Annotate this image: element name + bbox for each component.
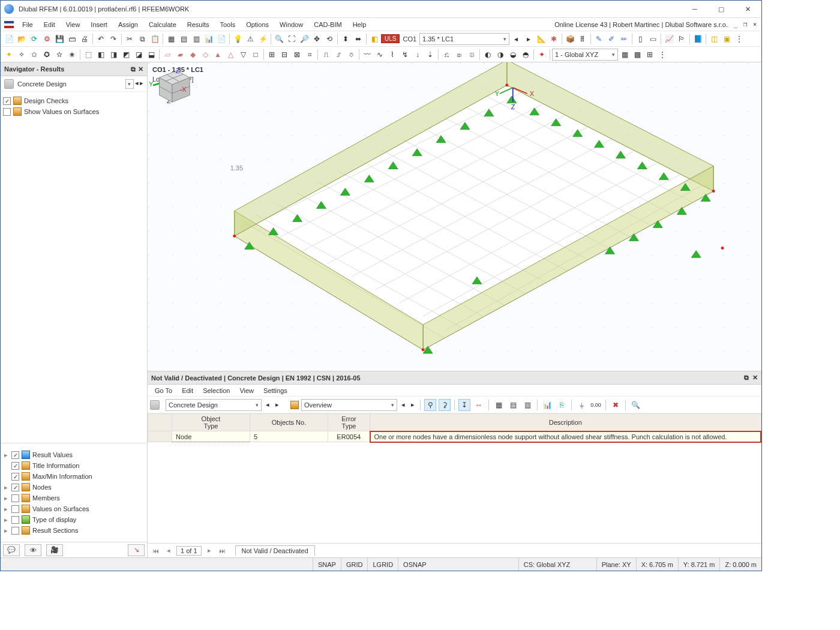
d3-icon[interactable]: ⎏ (345, 49, 357, 61)
sec2-icon[interactable]: ▰ (174, 49, 186, 61)
rs-label[interactable]: Result Sections (32, 527, 78, 534)
menu-insert[interactable]: Insert (86, 20, 112, 29)
report-icon[interactable]: 📄 (215, 33, 227, 45)
members-checkbox[interactable] (11, 494, 19, 502)
paste-icon[interactable]: 📋 (149, 33, 161, 45)
tab-msg-icon[interactable]: 💬 (3, 544, 20, 556)
btn-c-icon[interactable]: ◨ (107, 49, 119, 61)
close-button[interactable]: ✕ (740, 3, 755, 15)
menu-help[interactable]: Help (348, 20, 371, 29)
units-icon[interactable]: ✱ (548, 33, 560, 45)
rp-view[interactable]: View (236, 387, 257, 394)
star5-icon[interactable]: ✫ (53, 49, 65, 61)
box-icon[interactable]: 📦 (564, 33, 576, 45)
book-icon[interactable]: 📘 (692, 33, 704, 45)
layer-icon[interactable]: ▯ (634, 33, 646, 45)
rp-edit[interactable]: Edit (178, 387, 197, 394)
align-icon[interactable]: ⬍ (340, 33, 352, 45)
sec8-icon[interactable]: □ (250, 49, 262, 61)
save-icon[interactable]: 💾 (53, 33, 65, 45)
cd-prev-icon[interactable]: ◂ (135, 79, 139, 89)
sec1-icon[interactable]: ▱ (161, 49, 173, 61)
rp-c1-prev[interactable]: ◂ (264, 401, 271, 409)
copy-icon[interactable]: ⧉ (136, 33, 148, 45)
next-icon[interactable]: ▸ (523, 33, 535, 45)
d2-icon[interactable]: ⎎ (332, 49, 344, 61)
filter2-icon[interactable]: ⚳ (439, 399, 451, 411)
sec5-icon[interactable]: ▲ (212, 49, 224, 61)
export-icon[interactable]: ⎘ (556, 399, 568, 411)
scale-icon[interactable]: 📐 (535, 33, 547, 45)
grid3b-icon[interactable]: ▥ (521, 399, 533, 411)
sb-grid[interactable]: GRID (341, 558, 368, 571)
maximize-button[interactable]: ▢ (713, 3, 729, 15)
table-icon[interactable]: ▤ (178, 33, 190, 45)
p1-icon[interactable]: ◐ (482, 49, 494, 61)
clear-icon[interactable]: ✖ (610, 399, 622, 411)
menu-tools[interactable]: Tools (215, 20, 240, 29)
page-next-icon[interactable]: ▸ (204, 547, 215, 554)
align2-icon[interactable]: ⬌ (352, 33, 364, 45)
p4-icon[interactable]: ◓ (520, 49, 532, 61)
design-checks-checkbox[interactable]: ✓ (3, 97, 11, 105)
d1-icon[interactable]: ⎍ (320, 49, 332, 61)
menu-cadbim[interactable]: CAD-BIM (309, 20, 346, 29)
nav-pin-icon[interactable]: ⧉ (131, 65, 136, 73)
rp-c2-prev[interactable]: ◂ (400, 401, 407, 409)
menu-file[interactable]: File (17, 20, 38, 29)
arrow-down-icon[interactable]: ↧ (458, 399, 470, 411)
tod-label[interactable]: Type of display (32, 516, 76, 523)
stats-icon[interactable]: 📊 (203, 33, 215, 45)
zoomfit-icon[interactable]: ⛶ (286, 33, 298, 45)
rotate-icon[interactable]: ⟲ (323, 33, 335, 45)
nodes-checkbox[interactable]: ✓ (11, 484, 19, 491)
cd-combo[interactable] (125, 79, 134, 89)
rs-checkbox[interactable] (11, 527, 19, 535)
rp-settings[interactable]: Settings (260, 387, 291, 394)
page-last-icon[interactable]: ⏭ (217, 547, 228, 554)
saveall-icon[interactable]: 🗃 (66, 33, 78, 45)
menu-view[interactable]: View (61, 20, 85, 29)
show-values-checkbox[interactable] (3, 108, 11, 116)
grid3-icon[interactable]: ⊞ (644, 49, 656, 61)
square-icon[interactable]: ◧ (368, 33, 380, 45)
sb-osnap[interactable]: OSNAP (398, 558, 431, 571)
grid2b-icon[interactable]: ▤ (507, 399, 519, 411)
decimal-icon[interactable]: 0.00 (590, 399, 602, 411)
w5-icon[interactable]: ↓ (412, 49, 424, 61)
ax-icon[interactable]: ✦ (536, 49, 548, 61)
mdi-close[interactable]: × (752, 20, 758, 28)
sec4-icon[interactable]: ◇ (199, 49, 211, 61)
light-icon[interactable]: 💡 (232, 33, 244, 45)
col-objects-no[interactable]: Objects No. (250, 414, 328, 431)
tab-arrow-icon[interactable]: ↘ (128, 544, 145, 556)
mdi-minimize[interactable]: _ (733, 20, 739, 28)
undo-icon[interactable]: ↶ (95, 33, 107, 45)
tod-checkbox[interactable] (11, 516, 19, 524)
pen3-icon[interactable]: ✏ (618, 33, 630, 45)
gear-icon[interactable]: ⚙ (41, 33, 53, 45)
refresh-icon[interactable]: ⟳ (28, 33, 40, 45)
sheet-icon[interactable]: ▥ (190, 33, 202, 45)
zoomin-icon[interactable]: 🔎 (298, 33, 310, 45)
viewport-3d[interactable]: CO1 - 1.35 * LC1 Loads [kN/m²] (148, 62, 761, 371)
t2-icon[interactable]: ⊟ (278, 49, 290, 61)
design-checks-label[interactable]: Design Checks (24, 97, 68, 104)
window-icon[interactable]: ▦ (165, 33, 177, 45)
btn-a-icon[interactable]: ⬚ (82, 49, 94, 61)
btn-e-icon[interactable]: ◪ (133, 49, 145, 61)
print-icon[interactable]: 🖨 (79, 33, 91, 45)
vos-checkbox[interactable] (11, 505, 19, 513)
table-row[interactable]: Node 5 ER0054 One or more nodes have a d… (148, 431, 761, 442)
chart-icon[interactable]: 📊 (541, 399, 553, 411)
menu-assign[interactable]: Assign (113, 20, 143, 29)
new-icon[interactable]: 📄 (3, 33, 15, 45)
pan-icon[interactable]: ✥ (311, 33, 323, 45)
rp-c2-next[interactable]: ▸ (409, 401, 416, 409)
ti-label[interactable]: Title Information (32, 462, 79, 469)
star6-icon[interactable]: ✬ (66, 49, 78, 61)
loadcase-combo[interactable]: 1.35 * LC1 (419, 33, 509, 45)
filter1-icon[interactable]: ⚲ (424, 399, 436, 411)
p3-icon[interactable]: ◒ (507, 49, 519, 61)
rp-combo2[interactable]: Overview (301, 399, 397, 411)
